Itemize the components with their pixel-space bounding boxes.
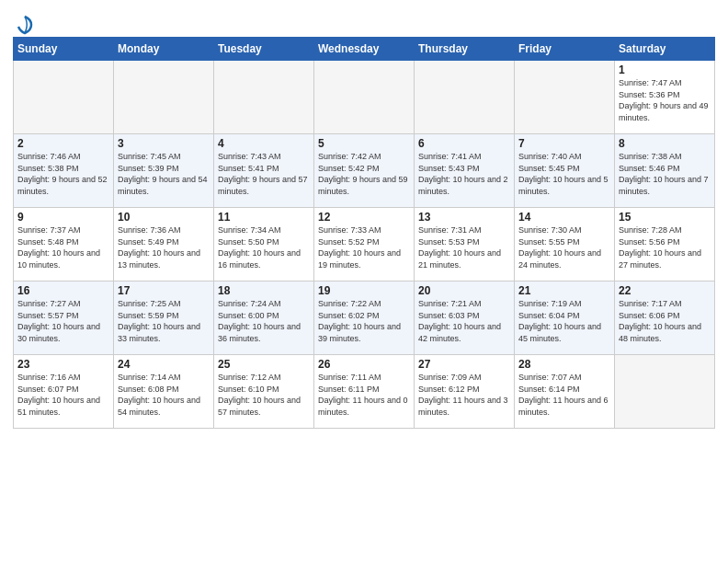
day-info: Sunrise: 7:27 AM Sunset: 5:57 PM Dayligh… bbox=[17, 298, 109, 344]
day-info: Sunrise: 7:24 AM Sunset: 6:00 PM Dayligh… bbox=[218, 298, 310, 344]
calendar-cell: 3Sunrise: 7:45 AM Sunset: 5:39 PM Daylig… bbox=[114, 134, 214, 208]
week-row-2: 2Sunrise: 7:46 AM Sunset: 5:38 PM Daylig… bbox=[14, 134, 715, 208]
weekday-header-monday: Monday bbox=[114, 38, 214, 61]
week-row-3: 9Sunrise: 7:37 AM Sunset: 5:48 PM Daylig… bbox=[14, 208, 715, 282]
day-number: 25 bbox=[218, 358, 310, 371]
day-number: 27 bbox=[418, 358, 510, 371]
day-number: 22 bbox=[619, 284, 711, 297]
calendar-cell bbox=[314, 61, 415, 134]
day-info: Sunrise: 7:17 AM Sunset: 6:06 PM Dayligh… bbox=[619, 298, 711, 344]
weekday-header-tuesday: Tuesday bbox=[214, 38, 314, 61]
day-number: 15 bbox=[619, 211, 711, 224]
day-number: 16 bbox=[17, 284, 109, 297]
calendar-cell: 25Sunrise: 7:12 AM Sunset: 6:10 PM Dayli… bbox=[214, 355, 314, 429]
day-info: Sunrise: 7:46 AM Sunset: 5:38 PM Dayligh… bbox=[17, 151, 109, 197]
page: SundayMondayTuesdayWednesdayThursdayFrid… bbox=[0, 0, 728, 563]
day-info: Sunrise: 7:21 AM Sunset: 6:03 PM Dayligh… bbox=[418, 298, 510, 344]
day-info: Sunrise: 7:38 AM Sunset: 5:46 PM Dayligh… bbox=[619, 151, 711, 197]
day-number: 10 bbox=[118, 211, 210, 224]
calendar-cell: 19Sunrise: 7:22 AM Sunset: 6:02 PM Dayli… bbox=[314, 282, 415, 355]
calendar-cell: 10Sunrise: 7:36 AM Sunset: 5:49 PM Dayli… bbox=[114, 208, 214, 282]
calendar-cell: 24Sunrise: 7:14 AM Sunset: 6:08 PM Dayli… bbox=[114, 355, 214, 429]
day-number: 6 bbox=[418, 137, 510, 150]
day-number: 21 bbox=[518, 284, 610, 297]
logo-icon bbox=[15, 15, 35, 35]
day-number: 19 bbox=[318, 284, 410, 297]
day-info: Sunrise: 7:30 AM Sunset: 5:55 PM Dayligh… bbox=[518, 224, 610, 270]
calendar-cell: 9Sunrise: 7:37 AM Sunset: 5:48 PM Daylig… bbox=[14, 208, 114, 282]
calendar-cell: 11Sunrise: 7:34 AM Sunset: 5:50 PM Dayli… bbox=[214, 208, 314, 282]
weekday-header-sunday: Sunday bbox=[14, 38, 114, 61]
day-info: Sunrise: 7:22 AM Sunset: 6:02 PM Dayligh… bbox=[318, 298, 410, 344]
calendar-cell bbox=[415, 61, 515, 134]
calendar-cell: 26Sunrise: 7:11 AM Sunset: 6:11 PM Dayli… bbox=[314, 355, 415, 429]
day-info: Sunrise: 7:34 AM Sunset: 5:50 PM Dayligh… bbox=[218, 224, 310, 270]
header bbox=[13, 11, 715, 31]
day-number: 26 bbox=[318, 358, 410, 371]
calendar-cell: 2Sunrise: 7:46 AM Sunset: 5:38 PM Daylig… bbox=[14, 134, 114, 208]
day-number: 14 bbox=[518, 211, 610, 224]
day-number: 18 bbox=[218, 284, 310, 297]
day-info: Sunrise: 7:25 AM Sunset: 5:59 PM Dayligh… bbox=[118, 298, 210, 344]
day-number: 24 bbox=[118, 358, 210, 371]
weekday-header-saturday: Saturday bbox=[615, 38, 715, 61]
weekday-header-row: SundayMondayTuesdayWednesdayThursdayFrid… bbox=[14, 38, 715, 61]
day-info: Sunrise: 7:41 AM Sunset: 5:43 PM Dayligh… bbox=[418, 151, 510, 197]
calendar-cell: 17Sunrise: 7:25 AM Sunset: 5:59 PM Dayli… bbox=[114, 282, 214, 355]
day-info: Sunrise: 7:19 AM Sunset: 6:04 PM Dayligh… bbox=[518, 298, 610, 344]
day-number: 7 bbox=[518, 137, 610, 150]
calendar-cell: 6Sunrise: 7:41 AM Sunset: 5:43 PM Daylig… bbox=[415, 134, 515, 208]
day-info: Sunrise: 7:36 AM Sunset: 5:49 PM Dayligh… bbox=[118, 224, 210, 270]
calendar-cell: 28Sunrise: 7:07 AM Sunset: 6:14 PM Dayli… bbox=[515, 355, 615, 429]
day-number: 13 bbox=[418, 211, 510, 224]
day-info: Sunrise: 7:33 AM Sunset: 5:52 PM Dayligh… bbox=[318, 224, 410, 270]
week-row-1: 1Sunrise: 7:47 AM Sunset: 5:36 PM Daylig… bbox=[14, 61, 715, 134]
day-info: Sunrise: 7:45 AM Sunset: 5:39 PM Dayligh… bbox=[118, 151, 210, 197]
day-number: 5 bbox=[318, 137, 410, 150]
day-number: 12 bbox=[318, 211, 410, 224]
day-info: Sunrise: 7:31 AM Sunset: 5:53 PM Dayligh… bbox=[418, 224, 510, 270]
day-info: Sunrise: 7:43 AM Sunset: 5:41 PM Dayligh… bbox=[218, 151, 310, 197]
day-info: Sunrise: 7:42 AM Sunset: 5:42 PM Dayligh… bbox=[318, 151, 410, 197]
calendar-cell: 7Sunrise: 7:40 AM Sunset: 5:45 PM Daylig… bbox=[515, 134, 615, 208]
calendar-cell: 21Sunrise: 7:19 AM Sunset: 6:04 PM Dayli… bbox=[515, 282, 615, 355]
calendar-cell: 13Sunrise: 7:31 AM Sunset: 5:53 PM Dayli… bbox=[415, 208, 515, 282]
calendar-cell: 15Sunrise: 7:28 AM Sunset: 5:56 PM Dayli… bbox=[615, 208, 715, 282]
calendar-cell: 1Sunrise: 7:47 AM Sunset: 5:36 PM Daylig… bbox=[615, 61, 715, 134]
weekday-header-wednesday: Wednesday bbox=[314, 38, 415, 61]
calendar-cell: 23Sunrise: 7:16 AM Sunset: 6:07 PM Dayli… bbox=[14, 355, 114, 429]
day-info: Sunrise: 7:14 AM Sunset: 6:08 PM Dayligh… bbox=[118, 372, 210, 418]
calendar-cell: 5Sunrise: 7:42 AM Sunset: 5:42 PM Daylig… bbox=[314, 134, 415, 208]
calendar-cell: 12Sunrise: 7:33 AM Sunset: 5:52 PM Dayli… bbox=[314, 208, 415, 282]
calendar-cell: 22Sunrise: 7:17 AM Sunset: 6:06 PM Dayli… bbox=[615, 282, 715, 355]
calendar-cell: 20Sunrise: 7:21 AM Sunset: 6:03 PM Dayli… bbox=[415, 282, 515, 355]
calendar-cell bbox=[214, 61, 314, 134]
calendar-table: SundayMondayTuesdayWednesdayThursdayFrid… bbox=[13, 37, 715, 429]
calendar-cell: 18Sunrise: 7:24 AM Sunset: 6:00 PM Dayli… bbox=[214, 282, 314, 355]
week-row-5: 23Sunrise: 7:16 AM Sunset: 6:07 PM Dayli… bbox=[14, 355, 715, 429]
day-number: 2 bbox=[17, 137, 109, 150]
weekday-header-friday: Friday bbox=[515, 38, 615, 61]
day-info: Sunrise: 7:28 AM Sunset: 5:56 PM Dayligh… bbox=[619, 224, 711, 270]
day-number: 9 bbox=[17, 211, 109, 224]
day-info: Sunrise: 7:07 AM Sunset: 6:14 PM Dayligh… bbox=[518, 372, 610, 418]
calendar-cell: 4Sunrise: 7:43 AM Sunset: 5:41 PM Daylig… bbox=[214, 134, 314, 208]
day-info: Sunrise: 7:47 AM Sunset: 5:36 PM Dayligh… bbox=[619, 77, 711, 123]
logo bbox=[13, 15, 35, 31]
day-number: 1 bbox=[619, 63, 711, 76]
day-info: Sunrise: 7:37 AM Sunset: 5:48 PM Dayligh… bbox=[17, 224, 109, 270]
day-info: Sunrise: 7:16 AM Sunset: 6:07 PM Dayligh… bbox=[17, 372, 109, 418]
calendar-cell bbox=[515, 61, 615, 134]
day-info: Sunrise: 7:40 AM Sunset: 5:45 PM Dayligh… bbox=[518, 151, 610, 197]
calendar-cell bbox=[14, 61, 114, 134]
day-number: 11 bbox=[218, 211, 310, 224]
day-number: 4 bbox=[218, 137, 310, 150]
day-number: 8 bbox=[619, 137, 711, 150]
day-info: Sunrise: 7:09 AM Sunset: 6:12 PM Dayligh… bbox=[418, 372, 510, 418]
day-number: 28 bbox=[518, 358, 610, 371]
day-number: 17 bbox=[118, 284, 210, 297]
calendar-cell bbox=[114, 61, 214, 134]
calendar-cell: 8Sunrise: 7:38 AM Sunset: 5:46 PM Daylig… bbox=[615, 134, 715, 208]
day-info: Sunrise: 7:11 AM Sunset: 6:11 PM Dayligh… bbox=[318, 372, 410, 418]
week-row-4: 16Sunrise: 7:27 AM Sunset: 5:57 PM Dayli… bbox=[14, 282, 715, 355]
